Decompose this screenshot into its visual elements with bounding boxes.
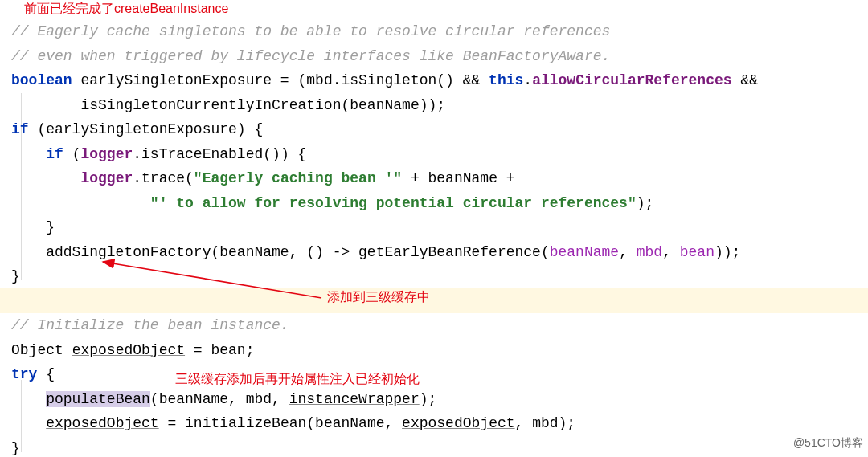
code-line: try { [11,362,868,387]
annotation-arrow-label: 添加到三级缓存中 [327,289,430,306]
code-line: if (earlySingletonExposure) { [11,117,868,142]
code-line: if (logger.isTraceEnabled()) { [11,142,868,167]
code-line: Object exposedObject = bean; [11,338,868,363]
code-line: } [11,436,868,458]
code-line: } [11,215,868,240]
spacer-line [11,289,868,314]
code-block: // Eagerly cache singletons to be able t… [0,19,868,457]
code-line: boolean earlySingletonExposure = (mbd.is… [11,68,868,93]
code-line: logger.trace("Eagerly caching bean '" + … [11,166,868,191]
highlighted-call: populateBean [46,391,150,407]
watermark: @51CTO博客 [793,436,863,451]
code-comment: // Initialize the bean instance. [11,313,868,338]
annotation-top: 前面已经完成了createBeanInstance [0,0,868,18]
annotation-populate-label: 三级缓存添加后再开始属性注入已经初始化 [175,371,420,388]
code-line: exposedObject = initializeBean(beanName,… [11,411,868,436]
code-line: "' to allow for resolving potential circ… [11,191,868,216]
code-comment: // Eagerly cache singletons to be able t… [11,19,868,44]
code-line: } [11,264,868,289]
code-line: populateBean(beanName, mbd, instanceWrap… [11,387,868,412]
code-line: isSingletonCurrentlyInCreation(beanName)… [11,93,868,118]
code-comment: // even when triggered by lifecycle inte… [11,44,868,69]
code-line: addSingletonFactory(beanName, () -> getE… [11,240,868,265]
